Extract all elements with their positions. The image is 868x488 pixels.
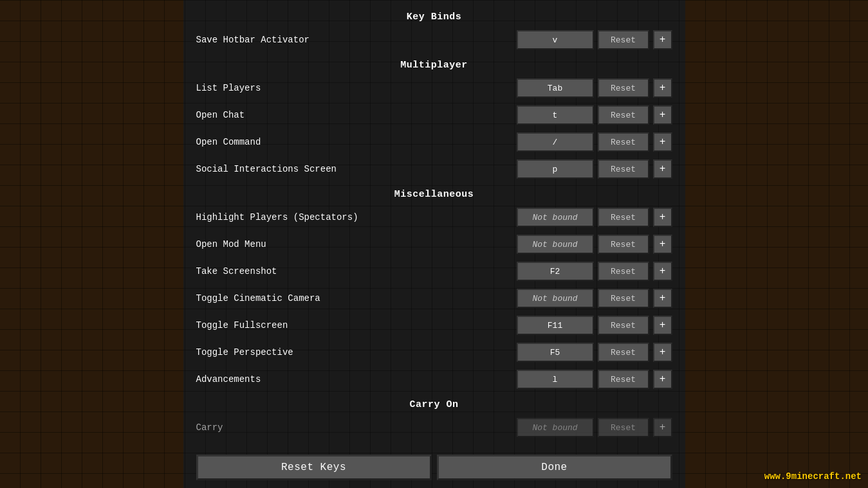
- key-button-take-screenshot[interactable]: F2: [517, 262, 594, 281]
- keybind-buttons-save-hotbar: v Reset +: [517, 30, 672, 50]
- reset-keys-button[interactable]: Reset Keys: [196, 455, 432, 480]
- plus-button-open-command[interactable]: +: [653, 132, 672, 152]
- keybind-label-highlight-players: Highlight Players (Spectators): [196, 212, 517, 222]
- key-button-toggle-fullscreen[interactable]: F11: [517, 316, 594, 335]
- keybind-buttons-toggle-cinematic: Not bound Reset +: [517, 289, 672, 308]
- plus-button-save-hotbar[interactable]: +: [653, 30, 672, 50]
- plus-button-toggle-fullscreen[interactable]: +: [653, 316, 672, 335]
- reset-button-toggle-fullscreen[interactable]: Reset: [598, 316, 649, 335]
- keybind-row-carry: Carry Not bound Reset +: [183, 414, 685, 441]
- key-button-list-players[interactable]: Tab: [517, 78, 594, 98]
- keybind-buttons-social-interactions: p Reset +: [517, 159, 672, 179]
- key-button-open-command[interactable]: /: [517, 132, 594, 152]
- keybind-label-list-players: List Players: [196, 83, 517, 93]
- keybind-buttons-take-screenshot: F2 Reset +: [517, 262, 672, 281]
- keybind-label-toggle-perspective: Toggle Perspective: [196, 347, 517, 357]
- plus-button-social-interactions[interactable]: +: [653, 159, 672, 179]
- keybind-label-open-chat: Open Chat: [196, 110, 517, 120]
- keybind-label-toggle-cinematic: Toggle Cinematic Camera: [196, 293, 517, 303]
- key-button-toggle-cinematic[interactable]: Not bound: [517, 289, 594, 308]
- keybind-buttons-list-players: Tab Reset +: [517, 78, 672, 98]
- keybind-row-highlight-players: Highlight Players (Spectators) Not bound…: [183, 204, 685, 231]
- keybind-buttons-toggle-perspective: F5 Reset +: [517, 343, 672, 362]
- reset-button-open-command[interactable]: Reset: [598, 132, 649, 152]
- keybind-buttons-toggle-fullscreen: F11 Reset +: [517, 316, 672, 335]
- plus-button-toggle-cinematic[interactable]: +: [653, 289, 672, 308]
- keybind-row-open-chat: Open Chat t Reset +: [183, 102, 685, 129]
- key-button-save-hotbar[interactable]: v: [517, 30, 594, 50]
- watermark: www.9minecraft.net: [764, 471, 862, 482]
- left-decor: [0, 0, 183, 488]
- key-button-social-interactions[interactable]: p: [517, 159, 594, 179]
- key-button-open-chat[interactable]: t: [517, 105, 594, 125]
- reset-button-open-chat[interactable]: Reset: [598, 105, 649, 125]
- plus-button-list-players[interactable]: +: [653, 78, 672, 98]
- section-header-misc: Miscellaneous: [183, 183, 685, 204]
- plus-button-take-screenshot[interactable]: +: [653, 262, 672, 281]
- key-button-toggle-perspective[interactable]: F5: [517, 343, 594, 362]
- keybind-buttons-open-command: / Reset +: [517, 132, 672, 152]
- reset-button-social-interactions[interactable]: Reset: [598, 159, 649, 179]
- keybind-buttons-open-chat: t Reset +: [517, 105, 672, 125]
- reset-button-toggle-cinematic[interactable]: Reset: [598, 289, 649, 308]
- keybind-label-carry: Carry: [196, 422, 517, 433]
- reset-button-carry[interactable]: Reset: [598, 418, 649, 437]
- keybind-row-open-mod-menu: Open Mod Menu Not bound Reset +: [183, 231, 685, 258]
- right-decor: [685, 0, 869, 488]
- keybind-row-toggle-cinematic: Toggle Cinematic Camera Not bound Reset …: [183, 285, 685, 312]
- reset-button-advancements[interactable]: Reset: [598, 370, 649, 389]
- keybind-row-toggle-perspective: Toggle Perspective F5 Reset +: [183, 339, 685, 366]
- section-header-keybinds: Key Binds: [183, 5, 685, 26]
- plus-button-carry[interactable]: +: [653, 418, 672, 437]
- keybind-buttons-open-mod-menu: Not bound Reset +: [517, 235, 672, 254]
- reset-button-toggle-perspective[interactable]: Reset: [598, 343, 649, 362]
- keybind-label-save-hotbar: Save Hotbar Activator: [196, 35, 517, 45]
- keybind-buttons-highlight-players: Not bound Reset +: [517, 208, 672, 227]
- keybind-row-list-players: List Players Tab Reset +: [183, 75, 685, 102]
- keybind-buttons-carry: Not bound Reset +: [517, 418, 672, 437]
- plus-button-toggle-perspective[interactable]: +: [653, 343, 672, 362]
- keybind-label-open-mod-menu: Open Mod Menu: [196, 239, 517, 249]
- plus-button-highlight-players[interactable]: +: [653, 208, 672, 227]
- key-button-advancements[interactable]: l: [517, 370, 594, 389]
- keybind-label-social-interactions: Social Interactions Screen: [196, 164, 517, 174]
- keybind-label-advancements: Advancements: [196, 374, 517, 384]
- reset-button-list-players[interactable]: Reset: [598, 78, 649, 98]
- keybind-label-take-screenshot: Take Screenshot: [196, 266, 517, 276]
- plus-button-open-chat[interactable]: +: [653, 105, 672, 125]
- keybind-row-take-screenshot: Take Screenshot F2 Reset +: [183, 258, 685, 285]
- keybind-row-social-interactions: Social Interactions Screen p Reset +: [183, 156, 685, 183]
- plus-button-open-mod-menu[interactable]: +: [653, 235, 672, 254]
- keybind-buttons-advancements: l Reset +: [517, 370, 672, 389]
- key-button-highlight-players[interactable]: Not bound: [517, 208, 594, 227]
- section-header-carry-on: Carry On: [183, 393, 685, 414]
- reset-button-take-screenshot[interactable]: Reset: [598, 262, 649, 281]
- keybind-label-open-command: Open Command: [196, 137, 517, 147]
- keybind-row-open-command: Open Command / Reset +: [183, 129, 685, 156]
- keybind-row-toggle-fullscreen: Toggle Fullscreen F11 Reset +: [183, 312, 685, 339]
- scroll-area: Key Binds Save Hotbar Activator v Reset …: [183, 0, 685, 449]
- key-button-carry[interactable]: Not bound: [517, 418, 594, 437]
- reset-button-highlight-players[interactable]: Reset: [598, 208, 649, 227]
- reset-button-save-hotbar[interactable]: Reset: [598, 30, 649, 50]
- footer: Reset Keys Done: [183, 449, 685, 488]
- keybind-row-advancements: Advancements l Reset +: [183, 366, 685, 393]
- keybind-label-toggle-fullscreen: Toggle Fullscreen: [196, 320, 517, 330]
- keybind-row-save-hotbar: Save Hotbar Activator v Reset +: [183, 26, 685, 53]
- key-button-open-mod-menu[interactable]: Not bound: [517, 235, 594, 254]
- section-header-multiplayer: Multiplayer: [183, 53, 685, 75]
- done-button[interactable]: Done: [437, 455, 672, 480]
- reset-button-open-mod-menu[interactable]: Reset: [598, 235, 649, 254]
- plus-button-advancements[interactable]: +: [653, 370, 672, 389]
- main-panel: Key Binds Save Hotbar Activator v Reset …: [183, 0, 685, 488]
